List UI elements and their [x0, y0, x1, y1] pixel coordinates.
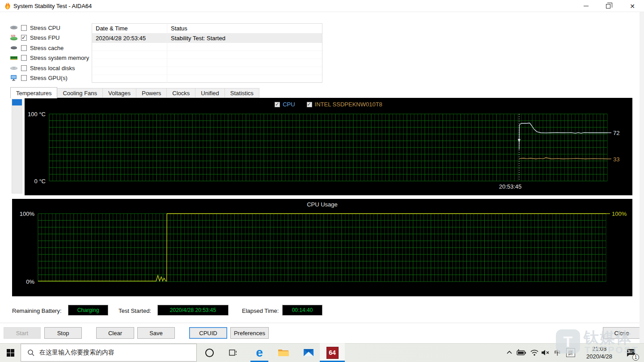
cpu-icon	[10, 24, 18, 31]
elapsed-time-value-box: 00:14:40	[282, 305, 322, 316]
window-title: System Stability Test - AIDA64	[13, 3, 92, 9]
start-button[interactable]: Start	[4, 327, 41, 339]
cortana-button[interactable]	[200, 343, 218, 362]
svg-text:CPU Usage: CPU Usage	[307, 201, 338, 208]
speaker-muted-icon	[541, 349, 551, 356]
svg-text:72: 72	[613, 130, 619, 136]
screen: System Stability Test - AIDA64 ✕ Stress …	[0, 0, 644, 362]
aida64-taskbar-button[interactable]: 64	[320, 343, 345, 362]
titlebar: System Stability Test - AIDA64 ✕	[0, 0, 644, 12]
stress-fpu-checkbox[interactable]	[21, 35, 27, 41]
stop-button[interactable]: Stop	[44, 327, 82, 339]
svg-text:0 °C: 0 °C	[34, 178, 46, 185]
save-button[interactable]: Save	[137, 327, 175, 339]
tray-expand-button[interactable]	[504, 343, 515, 362]
stress-fpu-option[interactable]: 123 Stress FPU	[10, 33, 59, 42]
temperatures-chart: 100 °C0 °C7233 CPU INTEL SSDPEKNW010T8 2…	[25, 98, 632, 195]
log-row-datetime: 2020/4/28 20:53:45	[92, 34, 167, 43]
memory-icon	[10, 54, 18, 61]
stress-memory-checkbox[interactable]	[21, 55, 27, 61]
divider	[0, 323, 644, 323]
preferences-button[interactable]: Preferences	[230, 327, 269, 339]
chart-scrollbar-thumb[interactable]	[12, 99, 22, 105]
tab-unified[interactable]: Unified	[195, 88, 225, 98]
legend-cpu-checkbox[interactable]	[275, 102, 280, 107]
notification-count-badge: 1	[632, 354, 639, 361]
tab-clocks[interactable]: Clocks	[166, 88, 195, 98]
chart-tabs: Temperatures Cooling Fans Voltages Power…	[11, 87, 259, 98]
stress-gpu-checkbox[interactable]	[21, 75, 27, 81]
cpuid-button[interactable]: CPUID	[189, 327, 227, 339]
disk-icon	[10, 64, 18, 72]
chevron-up-icon	[506, 349, 513, 356]
task-view-icon	[229, 348, 237, 357]
action-center-button[interactable]: 1	[622, 343, 640, 362]
battery-value: Charging	[77, 307, 99, 313]
legend-item-cpu[interactable]: CPU	[275, 101, 295, 108]
minimize-button[interactable]	[576, 0, 596, 12]
stress-cpu-option[interactable]: Stress CPU	[10, 23, 60, 33]
stress-gpu-option[interactable]: Stress GPU(s)	[10, 73, 68, 83]
tray-ime-language[interactable]: 中	[552, 343, 564, 362]
tray-wifi-button[interactable]	[529, 343, 540, 362]
minimize-icon	[584, 6, 589, 6]
test-start-timestamp: 20:53:45	[499, 183, 522, 190]
tray-time: 21:08	[592, 345, 607, 353]
svg-text:123: 123	[11, 34, 16, 37]
tray-clock[interactable]: 21:08 2020/4/28	[580, 343, 619, 362]
legend-cpu-label: CPU	[283, 101, 295, 108]
temperatures-plot: 100 °C0 °C7233	[25, 98, 632, 195]
battery-value-box: Charging	[68, 305, 108, 316]
legend-ssd-label: INTEL SSDPEKNW010T8	[315, 101, 382, 108]
battery-label: Remaining Battery:	[12, 307, 62, 314]
task-view-button[interactable]	[224, 343, 242, 362]
column-status: Status	[167, 24, 322, 33]
legend-ssd-checkbox[interactable]	[307, 102, 312, 107]
tab-powers[interactable]: Powers	[136, 88, 167, 98]
log-table-header: Date & Time Status	[92, 24, 322, 34]
close-button[interactable]: Close	[603, 327, 640, 339]
windows-logo-icon	[7, 349, 14, 357]
test-started-label: Test Started:	[119, 307, 151, 314]
stress-fpu-label: Stress FPU	[30, 34, 59, 41]
gpu-icon	[10, 74, 18, 81]
tray-battery-button[interactable]	[515, 343, 528, 362]
temperatures-legend: CPU INTEL SSDPEKNW010T8	[25, 101, 632, 108]
column-date-time: Date & Time	[92, 24, 167, 33]
stress-disks-checkbox[interactable]	[21, 65, 27, 71]
search-icon	[27, 349, 35, 357]
clear-button[interactable]: Clear	[96, 327, 134, 339]
log-table-row[interactable]: 2020/4/28 20:53:45 Stability Test: Start…	[92, 34, 322, 43]
restore-icon	[606, 4, 610, 8]
stress-memory-option[interactable]: Stress system memory	[10, 53, 89, 63]
tab-voltages[interactable]: Voltages	[102, 88, 136, 98]
aida64-flame-icon	[4, 2, 12, 10]
close-window-button[interactable]: ✕	[622, 0, 643, 12]
test-started-value-box: 2020/4/28 20:53:45	[157, 305, 229, 316]
stress-cpu-checkbox[interactable]	[21, 25, 27, 31]
file-explorer-button[interactable]	[274, 343, 293, 362]
tab-statistics[interactable]: Statistics	[225, 88, 259, 98]
tray-ime-mode[interactable]: 拼	[564, 343, 577, 362]
tray-volume-button[interactable]	[539, 343, 552, 362]
svg-text:33: 33	[613, 156, 619, 163]
start-menu-button[interactable]	[0, 343, 21, 362]
mail-button[interactable]	[299, 343, 318, 362]
svg-text:100%: 100%	[20, 210, 35, 217]
battery-charging-icon	[517, 349, 526, 356]
taskbar-search-box[interactable]	[21, 344, 197, 362]
tab-cooling-fans[interactable]: Cooling Fans	[57, 88, 103, 98]
restore-button[interactable]	[598, 0, 618, 12]
stress-cache-label: Stress cache	[30, 45, 64, 51]
stress-disks-option[interactable]: Stress local disks	[10, 63, 75, 73]
edge-icon: e	[256, 346, 263, 359]
pinyin-mode-badge: 拼	[566, 348, 575, 357]
test-started-value: 2020/4/28 20:53:45	[170, 307, 216, 313]
tab-temperatures[interactable]: Temperatures	[10, 87, 57, 98]
stress-cache-option[interactable]: Stress cache	[10, 43, 64, 53]
edge-browser-button[interactable]: e	[250, 343, 269, 362]
chart-scrollbar[interactable]	[12, 99, 22, 194]
legend-item-ssd[interactable]: INTEL SSDPEKNW010T8	[307, 101, 382, 108]
search-input[interactable]	[39, 349, 169, 356]
stress-cache-checkbox[interactable]	[21, 45, 27, 51]
